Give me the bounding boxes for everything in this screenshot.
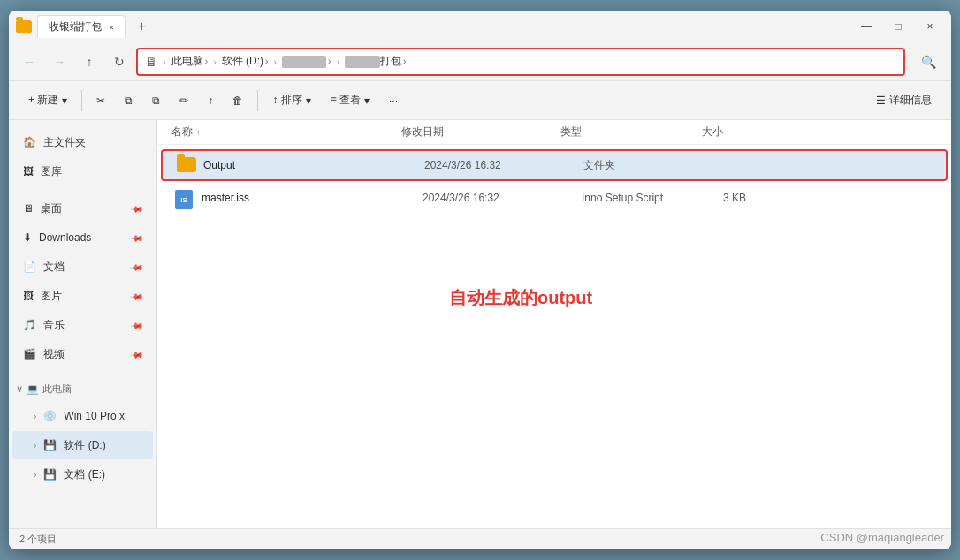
- address-segment-pc: 此电脑 ›: [171, 54, 208, 69]
- new-label: + 新建: [28, 93, 58, 108]
- more-button[interactable]: ···: [380, 87, 407, 115]
- view-dropdown-icon: ▾: [364, 95, 370, 107]
- sort-label: ↕ 排序: [272, 93, 301, 108]
- music-icon: 🎵: [23, 319, 36, 331]
- videos-icon: 🎬: [23, 348, 36, 360]
- sort-arrow-icon: ↑: [196, 128, 201, 137]
- downloads-label: Downloads: [39, 231, 91, 244]
- iss-icon-master: IS: [175, 190, 194, 206]
- navigation-bar: ← → ↑ ↻ 🖥 › 此电脑 › › 软件 (D:) › › ›: [9, 42, 951, 81]
- detail-info-button[interactable]: ☰ 详细信息: [867, 87, 941, 115]
- sort-button[interactable]: ↕ 排序 ▾: [263, 87, 319, 115]
- desktop-label: 桌面: [41, 201, 62, 216]
- software-d-icon: 💾: [43, 439, 57, 451]
- col-header-date[interactable]: 修改日期: [401, 125, 560, 140]
- pc-section-header[interactable]: ∨ 💻 此电脑: [9, 376, 156, 401]
- sidebar-item-pictures[interactable]: 🖼 图片 📌: [12, 282, 153, 310]
- documents-e-icon: 💾: [43, 468, 57, 481]
- search-button[interactable]: 🔍: [912, 48, 944, 76]
- sidebar-item-music[interactable]: 🎵 音乐 📌: [12, 311, 153, 339]
- music-pin-icon: 📌: [130, 318, 144, 332]
- toolbar-divider-2: [257, 90, 258, 111]
- col-header-type[interactable]: 类型: [560, 125, 702, 140]
- file-list: Output 2024/3/26 16:32 文件夹 IS master.iss…: [157, 145, 951, 528]
- column-headers: 名称 ↑ 修改日期 类型 大小: [157, 120, 951, 145]
- paste-button[interactable]: ⧉: [143, 87, 169, 115]
- maximize-button[interactable]: □: [884, 14, 912, 39]
- pictures-icon: 🖼: [23, 290, 34, 302]
- up-button[interactable]: ↑: [76, 49, 103, 75]
- downloads-pin-icon: 📌: [130, 231, 144, 245]
- file-name-output: Output: [203, 159, 424, 171]
- file-row-masteriss[interactable]: IS master.iss 2024/3/26 16:32 Inno Setup…: [161, 182, 948, 214]
- sidebar-item-videos[interactable]: 🎬 视频 📌: [12, 340, 153, 368]
- sidebar-item-gallery[interactable]: 🖼 图库: [12, 157, 153, 185]
- status-bar: 2 个项目: [9, 528, 951, 549]
- expand-icon-win10: ›: [34, 412, 36, 421]
- sidebar-item-documents-e[interactable]: › 💾 文档 (E:): [12, 460, 153, 488]
- win10-icon: 💿: [43, 410, 57, 422]
- sidebar-item-win10[interactable]: › 💿 Win 10 Pro x: [12, 402, 153, 430]
- col-header-size[interactable]: 大小: [702, 125, 773, 140]
- detail-label: 详细信息: [889, 93, 932, 108]
- sort-dropdown-icon: ▾: [306, 95, 311, 107]
- address-bar[interactable]: 🖥 › 此电脑 › › 软件 (D:) › › › › 打包: [136, 48, 905, 76]
- toolbar: + 新建 ▾ ✂ ⧉ ⧉ ✏ ↑ 🗑 ↕ 排序 ▾ ≡ 查看 ▾: [9, 81, 951, 120]
- close-button[interactable]: ×: [916, 14, 944, 39]
- address-segment-pack: 打包 ›: [345, 54, 406, 69]
- forward-button[interactable]: →: [46, 49, 72, 75]
- sidebar-item-software-d[interactable]: › 💾 软件 (D:): [12, 431, 153, 459]
- paste-icon: ⧉: [152, 95, 160, 107]
- file-date-masteriss: 2024/3/26 16:32: [423, 192, 582, 204]
- more-icon: ···: [389, 95, 398, 107]
- col-header-name[interactable]: 名称 ↑: [171, 125, 401, 140]
- window-controls: — □ ×: [852, 14, 944, 39]
- share-button[interactable]: ↑: [199, 87, 222, 115]
- copy-button[interactable]: ⧉: [116, 87, 141, 115]
- documents-label: 文档: [43, 260, 65, 275]
- file-name-masteriss: master.iss: [202, 192, 423, 204]
- main-area: 🏠 主文件夹 🖼 图库 🖥 桌面 📌 ⬇ Downloads 📌 📄 文档: [9, 120, 951, 528]
- minimize-button[interactable]: —: [852, 14, 880, 39]
- sidebar-item-downloads[interactable]: ⬇ Downloads 📌: [12, 223, 153, 252]
- refresh-button[interactable]: ↻: [106, 49, 133, 75]
- new-dropdown-icon: ▾: [62, 95, 67, 107]
- new-button[interactable]: + 新建 ▾: [19, 87, 76, 115]
- software-d-label: 软件 (D:): [64, 438, 105, 453]
- monitor-icon: 🖥: [145, 55, 157, 69]
- sidebar-item-documents[interactable]: 📄 文档 📌: [12, 253, 153, 281]
- home-label: 主文件夹: [43, 135, 86, 150]
- file-size-masteriss: 3 KB: [723, 192, 794, 204]
- pictures-pin-icon: 📌: [130, 289, 144, 303]
- expand-icon-d: ›: [34, 441, 36, 450]
- view-button[interactable]: ≡ 查看 ▾: [322, 87, 378, 115]
- sidebar-item-desktop[interactable]: 🖥 桌面 📌: [12, 194, 153, 223]
- tab-close-button[interactable]: ×: [109, 22, 114, 33]
- videos-label: 视频: [43, 347, 65, 362]
- gallery-icon: 🖼: [23, 165, 34, 178]
- delete-button[interactable]: 🗑: [224, 87, 252, 115]
- new-tab-button[interactable]: +: [129, 14, 154, 39]
- file-row-output[interactable]: Output 2024/3/26 16:32 文件夹: [161, 149, 948, 181]
- address-segment-d: 软件 (D:) ›: [222, 54, 269, 69]
- file-type-masteriss: Inno Setup Script: [582, 192, 723, 204]
- delete-icon: 🗑: [232, 95, 243, 107]
- music-label: 音乐: [43, 318, 65, 333]
- back-button[interactable]: ←: [16, 49, 42, 75]
- expand-icon: ∨: [16, 383, 23, 395]
- sidebar-item-home[interactable]: 🏠 主文件夹: [12, 128, 153, 156]
- active-tab[interactable]: 收银端打包 ×: [37, 15, 126, 38]
- view-label: ≡ 查看: [331, 93, 361, 108]
- gallery-label: 图库: [41, 164, 62, 179]
- cut-button[interactable]: ✂: [88, 87, 114, 115]
- tab-label: 收银端打包: [49, 19, 102, 34]
- item-count: 2 个项目: [19, 533, 57, 546]
- detail-icon: ☰: [876, 95, 886, 107]
- rename-button[interactable]: ✏: [171, 87, 197, 115]
- pictures-label: 图片: [41, 289, 62, 304]
- share-icon: ↑: [208, 95, 213, 107]
- titlebar-folder-icon: [16, 19, 32, 34]
- copy-icon: ⧉: [125, 95, 133, 107]
- home-icon: 🏠: [23, 136, 36, 148]
- expand-icon-e: ›: [34, 470, 36, 480]
